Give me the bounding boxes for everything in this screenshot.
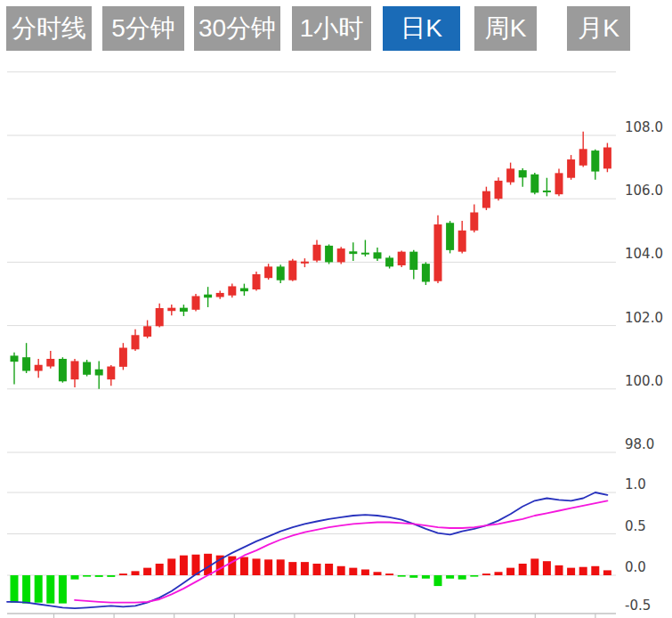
candle-body bbox=[434, 224, 442, 281]
price-axis-label: 104.0 bbox=[625, 246, 663, 262]
candle-body bbox=[240, 289, 248, 292]
candle-body bbox=[11, 355, 19, 362]
candle-body bbox=[543, 191, 551, 192]
tab-30min[interactable]: 30分钟 bbox=[194, 6, 280, 51]
candle-body bbox=[83, 362, 91, 375]
tab-1hour[interactable]: 1小时 bbox=[292, 6, 371, 51]
macd-histogram-bar bbox=[240, 557, 248, 575]
macd-histogram-bar bbox=[349, 568, 357, 575]
macd-histogram-bar bbox=[288, 562, 296, 575]
macd-histogram-bar bbox=[579, 567, 587, 575]
macd-histogram-bar bbox=[22, 575, 30, 604]
price-axis-label: 102.0 bbox=[625, 310, 663, 326]
macd-histogram-bar bbox=[519, 564, 527, 575]
macd-histogram-bar bbox=[543, 561, 551, 575]
candle-body bbox=[107, 367, 115, 380]
candle-body bbox=[180, 308, 188, 312]
tab-time-line[interactable]: 分时线 bbox=[6, 6, 92, 51]
macd-histogram-bar bbox=[11, 575, 19, 603]
macd-histogram-bar bbox=[95, 575, 103, 577]
candle-body bbox=[59, 359, 67, 381]
candle-body bbox=[349, 251, 357, 254]
candle-body bbox=[482, 191, 490, 208]
macd-histogram-bar bbox=[458, 575, 466, 580]
candle-body bbox=[519, 170, 527, 177]
candle-body bbox=[95, 370, 103, 376]
macd-histogram-bar bbox=[167, 558, 175, 575]
candle-body bbox=[167, 308, 175, 312]
macd-histogram-bar bbox=[143, 568, 151, 575]
macd-histogram-bar bbox=[530, 558, 538, 575]
macd-histogram-bar bbox=[385, 573, 393, 575]
macd-histogram-bar bbox=[398, 575, 406, 577]
price-axis-label: 108.0 bbox=[625, 119, 663, 135]
macd-axis-label: 0.5 bbox=[625, 518, 646, 534]
candle-body bbox=[204, 295, 212, 298]
macd-histogram-bar bbox=[71, 575, 79, 580]
macd-histogram-bar bbox=[277, 559, 285, 575]
candle-body bbox=[567, 159, 575, 178]
macd-histogram-bar bbox=[434, 575, 442, 586]
candle-body bbox=[579, 149, 587, 166]
candle-body bbox=[22, 357, 30, 370]
macd-histogram-bar bbox=[156, 564, 164, 575]
candle-body bbox=[603, 148, 611, 169]
dif-line bbox=[7, 492, 607, 608]
candle-body bbox=[71, 361, 79, 379]
macd-histogram-bar bbox=[313, 564, 321, 575]
macd-histogram-bar bbox=[35, 575, 43, 603]
candle-body bbox=[409, 252, 417, 270]
chart-canvas[interactable]: 108.0106.0104.0102.0100.098.01.00.50.0-0… bbox=[0, 0, 672, 618]
macd-histogram-bar bbox=[83, 575, 91, 577]
candle-body bbox=[591, 150, 599, 171]
candle-body bbox=[143, 326, 151, 337]
dea-line bbox=[75, 500, 607, 602]
macd-histogram-bar bbox=[591, 566, 599, 575]
macd-histogram-bar bbox=[46, 575, 54, 604]
timeframe-toolbar: 分时线 5分钟 30分钟 1小时 日K 周K 月K bbox=[0, 0, 672, 53]
macd-histogram-bar bbox=[132, 571, 140, 575]
macd-histogram-bar bbox=[555, 565, 563, 575]
candle-body bbox=[361, 253, 369, 255]
candle-body bbox=[506, 168, 514, 182]
macd-histogram-bar bbox=[228, 557, 236, 575]
candle-body bbox=[374, 252, 382, 258]
macd-histogram-bar bbox=[409, 575, 417, 578]
candle-body bbox=[422, 264, 430, 281]
macd-histogram-bar bbox=[470, 575, 478, 577]
tab-5min[interactable]: 5分钟 bbox=[102, 6, 184, 51]
macd-histogram-bar bbox=[180, 556, 188, 575]
candle-body bbox=[325, 246, 333, 263]
macd-histogram-bar bbox=[325, 564, 333, 575]
candle-body bbox=[156, 308, 164, 326]
candle-body bbox=[337, 248, 345, 262]
macd-histogram-bar bbox=[253, 558, 261, 575]
candle-body bbox=[132, 335, 140, 349]
macd-histogram-bar bbox=[119, 573, 127, 575]
macd-histogram-bar bbox=[506, 568, 514, 575]
macd-histogram-bar bbox=[482, 573, 490, 575]
tab-monthly-k[interactable]: 月K bbox=[567, 6, 630, 51]
macd-histogram-bar bbox=[567, 568, 575, 575]
tab-weekly-k[interactable]: 周K bbox=[474, 6, 537, 51]
candle-body bbox=[216, 293, 224, 297]
candle-body bbox=[398, 252, 406, 265]
candle-body bbox=[313, 245, 321, 261]
candle-body bbox=[264, 266, 272, 278]
macd-histogram-bar bbox=[495, 572, 503, 575]
macd-histogram-bar bbox=[107, 575, 115, 577]
price-axis-label: 100.0 bbox=[625, 373, 663, 389]
macd-histogram-bar bbox=[374, 572, 382, 575]
tab-daily-k[interactable]: 日K bbox=[383, 6, 460, 51]
macd-axis-label: 0.0 bbox=[625, 559, 646, 575]
macd-histogram-bar bbox=[337, 566, 345, 575]
macd-histogram-bar bbox=[361, 569, 369, 575]
macd-axis-label: -0.5 bbox=[625, 598, 651, 614]
candle-body bbox=[385, 257, 393, 266]
candle-body bbox=[277, 266, 285, 280]
candle-body bbox=[253, 274, 261, 289]
price-axis-label: 106.0 bbox=[625, 183, 663, 199]
price-axis-label: 98.0 bbox=[625, 436, 654, 452]
candle-body bbox=[530, 175, 538, 193]
candle-body bbox=[301, 262, 309, 264]
